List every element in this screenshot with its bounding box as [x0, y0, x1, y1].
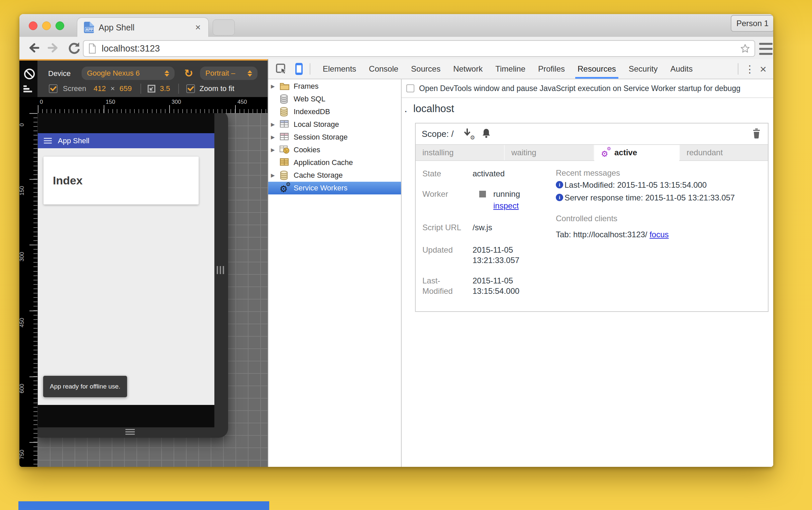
tab-security[interactable]: Security: [622, 59, 664, 79]
bookmark-star-icon[interactable]: [740, 43, 750, 54]
version-tab-redundant[interactable]: redundant: [680, 145, 768, 160]
back-icon[interactable]: [26, 40, 41, 55]
active-gears-icon: [601, 148, 611, 157]
scope-label: Scope: /: [422, 129, 453, 139]
database-icon: [279, 107, 290, 116]
ruler-tick-label: 600: [20, 378, 25, 399]
sidebar-item-cache-storage[interactable]: Cache Storage: [268, 169, 401, 182]
titlebar: APP App Shell Person 1: [20, 14, 773, 37]
desktop: APP App Shell Person 1: [0, 0, 812, 510]
screen-height-value[interactable]: 659: [119, 84, 132, 93]
forward-icon[interactable]: [46, 40, 61, 55]
device-model-select[interactable]: Google Nexus 6: [82, 66, 175, 80]
screen-width-value[interactable]: 412: [94, 84, 106, 93]
screen-label: Screen: [63, 84, 86, 93]
close-window-button[interactable]: [29, 21, 37, 30]
version-tab-active[interactable]: active: [594, 145, 680, 160]
zoom-window-button[interactable]: [56, 21, 64, 30]
zoom-to-fit-checkbox[interactable]: [186, 84, 195, 93]
divider: [738, 63, 739, 75]
worker-row: Worker running inspect: [422, 189, 553, 211]
tab-network[interactable]: Network: [447, 59, 489, 79]
service-workers-pane: Open DevTools window and pause JavaScrip…: [402, 79, 773, 467]
controlled-client: Tab: http://localhost:3123/ focus: [556, 230, 760, 239]
delete-service-worker-icon[interactable]: [752, 128, 761, 140]
tab-close-icon[interactable]: [193, 22, 203, 32]
sw-debug-checkbox[interactable]: [406, 84, 414, 92]
inspect-link[interactable]: inspect: [493, 200, 519, 211]
orientation-select[interactable]: Portrait –: [200, 66, 258, 80]
tab-profiles[interactable]: Profiles: [532, 59, 571, 79]
table-icon: [279, 158, 290, 167]
tab-resources[interactable]: Resources: [571, 59, 622, 79]
card-title: Index: [53, 174, 83, 187]
disclosure-triangle-icon[interactable]: [268, 147, 279, 153]
focus-link[interactable]: focus: [650, 230, 668, 239]
device-mode-canvas: App Shell Index App ready for offline us…: [37, 113, 268, 467]
sidebar-item-indexeddb[interactable]: IndexedDB: [268, 106, 401, 118]
info-icon: i: [556, 194, 563, 201]
update-service-worker-icon[interactable]: [463, 128, 474, 140]
version-tab-waiting[interactable]: waiting: [505, 145, 594, 160]
background-window-strip: [19, 501, 269, 510]
sidebar-item-service-workers[interactable]: Service Workers: [268, 182, 401, 194]
rotate-device-icon[interactable]: [182, 66, 195, 80]
minimize-window-button[interactable]: [42, 21, 51, 30]
disclosure-triangle-icon[interactable]: [268, 172, 279, 178]
vertical-ruler: 0 150 300 450 600 750: [20, 113, 37, 467]
device-mode-toolbar: Device Google Nexus 6 Portrait – Screen …: [20, 59, 268, 97]
devtools-close-icon[interactable]: [756, 63, 771, 76]
device-label: Device: [48, 69, 70, 78]
devtools-overflow-menu-icon[interactable]: [744, 63, 756, 75]
sidebar-item-cookies[interactable]: Cookies: [268, 144, 401, 156]
url-text: localhost:3123: [102, 44, 740, 54]
media-queries-icon[interactable]: [23, 85, 33, 93]
app-bar-title: App Shell: [58, 137, 89, 145]
ruler-tick-label: 300: [172, 99, 181, 106]
new-tab-button[interactable]: [213, 20, 235, 35]
screen-checkbox[interactable]: [49, 84, 58, 93]
horizontal-ruler: 0 150 300 450: [20, 97, 268, 113]
stop-worker-icon[interactable]: [479, 191, 486, 197]
disclosure-triangle-icon[interactable]: [268, 134, 279, 140]
inspect-element-icon[interactable]: [276, 63, 287, 75]
sw-debug-row: Open DevTools window and pause JavaScrip…: [402, 79, 773, 98]
address-bar[interactable]: localhost:3123: [83, 40, 755, 57]
ruler-tick-label: 300: [20, 247, 25, 267]
device-screen: App Shell Index App ready for offline us…: [38, 113, 214, 427]
tab-audits[interactable]: Audits: [664, 59, 699, 79]
info-icon: i: [556, 181, 563, 189]
tab-timeline[interactable]: Timeline: [489, 59, 532, 79]
select-arrows-icon: [247, 70, 252, 77]
index-card: Index: [43, 157, 199, 204]
sidebar-item-application-cache[interactable]: Application Cache: [268, 156, 401, 169]
disable-emulation-icon[interactable]: [24, 68, 35, 79]
dpr-value[interactable]: 3.5: [160, 84, 170, 93]
sidebar-item-web-sql[interactable]: Web SQL: [268, 93, 401, 106]
disclosure-triangle-icon[interactable]: [268, 83, 279, 89]
tab-console[interactable]: Console: [363, 59, 405, 79]
disclosure-triangle-icon[interactable]: [268, 121, 279, 128]
browser-tab[interactable]: APP App Shell: [77, 18, 209, 37]
divider: [141, 84, 141, 94]
hamburger-menu-icon[interactable]: [44, 138, 52, 144]
reload-icon[interactable]: [67, 40, 82, 55]
sidebar-item-local-storage[interactable]: Local Storage: [268, 118, 401, 131]
screen-times: ×: [110, 84, 115, 93]
sidebar-item-session-storage[interactable]: Session Storage: [268, 131, 401, 144]
window-content: Device Google Nexus 6 Portrait – Screen …: [20, 59, 773, 467]
chrome-menu-icon[interactable]: [759, 42, 773, 56]
resize-handle-right[interactable]: [217, 266, 224, 274]
profile-button[interactable]: Person 1: [731, 15, 773, 32]
controlled-clients-title: Controlled clients: [556, 214, 760, 223]
version-tab-installing[interactable]: installing: [416, 145, 505, 160]
ruler-tick-label: 150: [20, 181, 25, 201]
device-toggle-icon[interactable]: [295, 63, 303, 75]
ruler-tick-label: 450: [237, 99, 247, 106]
tab-elements[interactable]: Elements: [317, 59, 363, 79]
sidebar-item-frames[interactable]: Frames: [268, 80, 401, 93]
state-row: State activated: [422, 168, 553, 179]
resize-handle-bottom[interactable]: [125, 429, 135, 435]
tab-sources[interactable]: Sources: [405, 59, 447, 79]
push-notification-icon[interactable]: [482, 128, 491, 140]
